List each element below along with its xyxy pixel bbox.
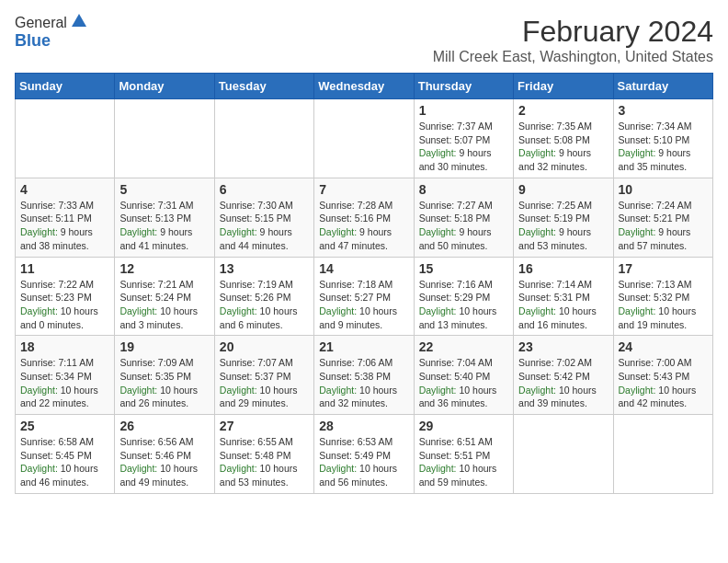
logo-general-text: General — [15, 15, 67, 31]
calendar-cell: 19Sunrise: 7:09 AMSunset: 5:35 PMDayligh… — [115, 336, 214, 415]
day-number: 2 — [518, 103, 608, 118]
day-number: 28 — [319, 419, 408, 433]
day-info: Sunrise: 6:56 AMSunset: 5:46 PMDaylight:… — [119, 435, 209, 489]
calendar-cell: 12Sunrise: 7:21 AMSunset: 5:24 PMDayligh… — [115, 257, 214, 336]
calendar-cell: 2Sunrise: 7:35 AMSunset: 5:08 PMDaylight… — [514, 99, 613, 178]
calendar-cell — [314, 99, 414, 178]
calendar-cell: 4Sunrise: 7:33 AMSunset: 5:11 PMDaylight… — [16, 178, 115, 257]
day-number: 17 — [619, 261, 708, 276]
calendar-cell: 17Sunrise: 7:13 AMSunset: 5:32 PMDayligh… — [613, 257, 712, 336]
day-info: Sunrise: 7:27 AMSunset: 5:18 PMDaylight:… — [419, 199, 508, 253]
day-number: 14 — [319, 261, 408, 276]
day-number: 16 — [518, 261, 608, 276]
day-info: Sunrise: 7:28 AMSunset: 5:16 PMDaylight:… — [319, 199, 408, 253]
day-number: 6 — [220, 182, 309, 197]
logo: General Blue — [15, 15, 86, 51]
day-info: Sunrise: 7:22 AMSunset: 5:23 PMDaylight:… — [20, 278, 109, 332]
day-number: 8 — [419, 182, 508, 197]
calendar-cell: 6Sunrise: 7:30 AMSunset: 5:15 PMDaylight… — [214, 178, 313, 257]
calendar-cell: 9Sunrise: 7:25 AMSunset: 5:19 PMDaylight… — [514, 178, 613, 257]
calendar-cell: 11Sunrise: 7:22 AMSunset: 5:23 PMDayligh… — [16, 257, 115, 336]
calendar-cell: 28Sunrise: 6:53 AMSunset: 5:49 PMDayligh… — [314, 415, 414, 494]
day-number: 4 — [20, 182, 109, 197]
day-info: Sunrise: 7:31 AMSunset: 5:13 PMDaylight:… — [119, 199, 209, 253]
day-number: 25 — [20, 419, 109, 433]
calendar-cell: 29Sunrise: 6:51 AMSunset: 5:51 PMDayligh… — [414, 415, 513, 494]
col-saturday: Saturday — [613, 74, 712, 99]
col-monday: Monday — [115, 74, 214, 99]
day-info: Sunrise: 7:04 AMSunset: 5:40 PMDaylight:… — [419, 356, 508, 410]
calendar-table: Sunday Monday Tuesday Wednesday Thursday… — [15, 73, 713, 494]
day-info: Sunrise: 7:34 AMSunset: 5:10 PMDaylight:… — [619, 120, 708, 174]
day-info: Sunrise: 7:18 AMSunset: 5:27 PMDaylight:… — [319, 278, 408, 332]
calendar-title: February 2024 — [433, 15, 713, 49]
day-number: 15 — [419, 261, 508, 276]
calendar-cell: 20Sunrise: 7:07 AMSunset: 5:37 PMDayligh… — [214, 336, 313, 415]
day-number: 9 — [518, 182, 608, 197]
day-info: Sunrise: 7:09 AMSunset: 5:35 PMDaylight:… — [119, 356, 209, 410]
day-number: 10 — [619, 182, 708, 197]
col-friday: Friday — [514, 74, 613, 99]
calendar-cell — [613, 415, 712, 494]
day-info: Sunrise: 7:24 AMSunset: 5:21 PMDaylight:… — [619, 199, 708, 253]
calendar-cell: 26Sunrise: 6:56 AMSunset: 5:46 PMDayligh… — [115, 415, 214, 494]
day-number: 21 — [319, 339, 408, 354]
day-number: 12 — [119, 261, 209, 276]
day-info: Sunrise: 7:21 AMSunset: 5:24 PMDaylight:… — [119, 278, 209, 332]
calendar-week-3: 11Sunrise: 7:22 AMSunset: 5:23 PMDayligh… — [16, 257, 713, 336]
calendar-cell — [115, 99, 214, 178]
day-number: 23 — [518, 339, 608, 354]
day-info: Sunrise: 7:00 AMSunset: 5:43 PMDaylight:… — [619, 356, 708, 410]
day-info: Sunrise: 6:55 AMSunset: 5:48 PMDaylight:… — [220, 435, 309, 489]
calendar-cell: 22Sunrise: 7:04 AMSunset: 5:40 PMDayligh… — [414, 336, 513, 415]
calendar-week-4: 18Sunrise: 7:11 AMSunset: 5:34 PMDayligh… — [16, 336, 713, 415]
day-number: 27 — [220, 419, 309, 433]
calendar-cell: 1Sunrise: 7:37 AMSunset: 5:07 PMDaylight… — [414, 99, 513, 178]
day-number: 1 — [419, 103, 508, 118]
col-thursday: Thursday — [414, 74, 513, 99]
calendar-cell — [214, 99, 313, 178]
day-number: 19 — [119, 339, 209, 354]
col-tuesday: Tuesday — [214, 74, 313, 99]
day-number: 18 — [20, 339, 109, 354]
calendar-header: Sunday Monday Tuesday Wednesday Thursday… — [16, 74, 713, 99]
day-number: 24 — [619, 339, 708, 354]
day-info: Sunrise: 7:37 AMSunset: 5:07 PMDaylight:… — [419, 120, 508, 174]
calendar-cell: 3Sunrise: 7:34 AMSunset: 5:10 PMDaylight… — [613, 99, 712, 178]
calendar-cell: 13Sunrise: 7:19 AMSunset: 5:26 PMDayligh… — [214, 257, 313, 336]
day-info: Sunrise: 7:19 AMSunset: 5:26 PMDaylight:… — [220, 278, 309, 332]
calendar-week-2: 4Sunrise: 7:33 AMSunset: 5:11 PMDaylight… — [16, 178, 713, 257]
calendar-cell: 16Sunrise: 7:14 AMSunset: 5:31 PMDayligh… — [514, 257, 613, 336]
calendar-cell: 18Sunrise: 7:11 AMSunset: 5:34 PMDayligh… — [16, 336, 115, 415]
day-info: Sunrise: 6:58 AMSunset: 5:45 PMDaylight:… — [20, 435, 109, 489]
calendar-cell: 7Sunrise: 7:28 AMSunset: 5:16 PMDaylight… — [314, 178, 414, 257]
day-number: 22 — [419, 339, 508, 354]
calendar-body: 1Sunrise: 7:37 AMSunset: 5:07 PMDaylight… — [16, 99, 713, 494]
calendar-cell: 15Sunrise: 7:16 AMSunset: 5:29 PMDayligh… — [414, 257, 513, 336]
day-info: Sunrise: 7:33 AMSunset: 5:11 PMDaylight:… — [20, 199, 109, 253]
day-number: 7 — [319, 182, 408, 197]
calendar-cell: 27Sunrise: 6:55 AMSunset: 5:48 PMDayligh… — [214, 415, 313, 494]
col-sunday: Sunday — [16, 74, 115, 99]
day-info: Sunrise: 7:16 AMSunset: 5:29 PMDaylight:… — [419, 278, 508, 332]
page-header: General Blue February 2024 Mill Creek Ea… — [15, 15, 713, 65]
day-info: Sunrise: 7:13 AMSunset: 5:32 PMDaylight:… — [619, 278, 708, 332]
day-info: Sunrise: 7:11 AMSunset: 5:34 PMDaylight:… — [20, 356, 109, 410]
calendar-cell: 21Sunrise: 7:06 AMSunset: 5:38 PMDayligh… — [314, 336, 414, 415]
day-number: 20 — [220, 339, 309, 354]
day-number: 29 — [419, 419, 508, 433]
day-number: 11 — [20, 261, 109, 276]
calendar-cell: 5Sunrise: 7:31 AMSunset: 5:13 PMDaylight… — [115, 178, 214, 257]
day-info: Sunrise: 7:25 AMSunset: 5:19 PMDaylight:… — [518, 199, 608, 253]
calendar-cell: 23Sunrise: 7:02 AMSunset: 5:42 PMDayligh… — [514, 336, 613, 415]
day-number: 26 — [119, 419, 209, 433]
day-info: Sunrise: 7:07 AMSunset: 5:37 PMDaylight:… — [220, 356, 309, 410]
day-info: Sunrise: 7:02 AMSunset: 5:42 PMDaylight:… — [518, 356, 608, 410]
calendar-week-1: 1Sunrise: 7:37 AMSunset: 5:07 PMDaylight… — [16, 99, 713, 178]
day-info: Sunrise: 6:53 AMSunset: 5:49 PMDaylight:… — [319, 435, 408, 489]
calendar-cell: 25Sunrise: 6:58 AMSunset: 5:45 PMDayligh… — [16, 415, 115, 494]
calendar-cell — [514, 415, 613, 494]
calendar-cell: 14Sunrise: 7:18 AMSunset: 5:27 PMDayligh… — [314, 257, 414, 336]
calendar-week-5: 25Sunrise: 6:58 AMSunset: 5:45 PMDayligh… — [16, 415, 713, 494]
calendar-cell — [16, 99, 115, 178]
